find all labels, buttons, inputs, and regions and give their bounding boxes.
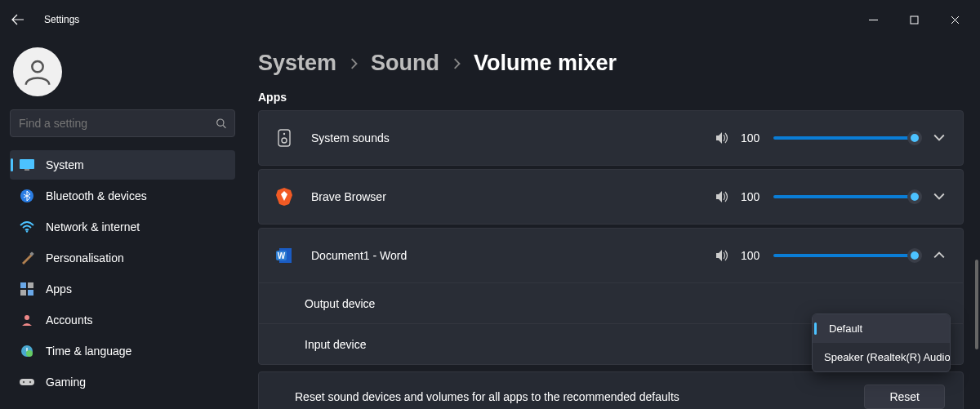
svg-text:W: W	[278, 251, 286, 260]
svg-rect-4	[24, 169, 29, 171]
volume-slider[interactable]	[773, 254, 920, 257]
app-label: System sounds	[311, 131, 390, 144]
reset-button[interactable]: Reset	[864, 385, 945, 409]
sidebar-item-label: Gaming	[46, 376, 86, 389]
sidebar-item-bluetooth[interactable]: Bluetooth & devices	[10, 181, 235, 211]
speaker-outline-icon	[274, 128, 295, 148]
sidebar-item-label: System	[46, 158, 84, 171]
accounts-icon	[20, 313, 34, 327]
section-apps-label: Apps	[258, 91, 964, 104]
app-label: Brave Browser	[311, 190, 386, 203]
volume-value: 100	[741, 190, 762, 203]
app-card-system-sounds: System sounds 100	[258, 110, 964, 166]
slider-thumb[interactable]	[907, 248, 922, 263]
brush-icon	[20, 251, 34, 265]
search-icon	[216, 118, 226, 129]
word-icon: W	[274, 247, 295, 264]
output-device-dropdown: Default Speaker (Realtek(R) Audio)	[812, 313, 951, 372]
breadcrumb-sound[interactable]: Sound	[371, 51, 439, 76]
display-icon	[20, 158, 34, 172]
dropdown-item-default[interactable]: Default	[813, 314, 950, 343]
svg-rect-8	[20, 282, 26, 288]
svg-point-1	[32, 61, 42, 72]
main-content: System Sound Volume mixer Apps System so…	[245, 39, 980, 409]
close-button[interactable]	[936, 7, 973, 33]
chevron-right-icon	[452, 58, 461, 69]
volume-slider[interactable]	[773, 136, 920, 140]
svg-point-16	[23, 381, 24, 383]
svg-rect-10	[20, 290, 26, 296]
search-box[interactable]	[10, 109, 235, 137]
svg-point-20	[282, 138, 287, 143]
gamepad-icon	[20, 375, 34, 389]
bluetooth-icon	[20, 189, 34, 203]
reset-row: Reset sound devices and volumes for all …	[258, 371, 964, 409]
slider-thumb[interactable]	[907, 131, 922, 145]
svg-point-19	[283, 133, 285, 135]
chevron-right-icon	[350, 58, 358, 69]
svg-point-2	[216, 119, 223, 126]
reset-description: Reset sound devices and volumes for all …	[295, 390, 679, 403]
sidebar-item-label: Bluetooth & devices	[46, 189, 147, 202]
sidebar-item-label: Network & internet	[46, 220, 140, 233]
search-input[interactable]	[19, 117, 216, 130]
breadcrumb-volume-mixer: Volume mixer	[474, 51, 617, 76]
app-card-brave: Brave Browser 100	[258, 169, 964, 225]
chevron-up-icon[interactable]	[933, 250, 945, 261]
sidebar-item-label: Personalisation	[46, 251, 124, 265]
dropdown-item-realtek[interactable]: Speaker (Realtek(R) Audio)	[813, 343, 950, 371]
minimize-button[interactable]	[854, 7, 892, 33]
svg-rect-3	[20, 159, 34, 169]
sidebar-item-system[interactable]: System	[10, 150, 235, 180]
user-avatar[interactable]	[13, 47, 62, 96]
clock-icon	[20, 344, 34, 358]
breadcrumb-system[interactable]: System	[258, 51, 336, 76]
svg-rect-15	[20, 379, 34, 385]
svg-point-6	[26, 230, 28, 232]
sidebar-item-label: Accounts	[46, 313, 93, 327]
sidebar: System Bluetooth & devices Network & int…	[0, 39, 245, 409]
volume-slider[interactable]	[773, 195, 920, 198]
sidebar-item-label: Apps	[46, 282, 72, 296]
chevron-down-icon[interactable]	[933, 132, 945, 144]
volume-icon[interactable]	[715, 248, 729, 263]
breadcrumb: System Sound Volume mixer	[258, 51, 964, 76]
sidebar-item-apps[interactable]: Apps	[10, 274, 235, 304]
svg-point-12	[24, 315, 29, 320]
chevron-down-icon[interactable]	[933, 191, 945, 202]
svg-point-14	[26, 350, 33, 357]
input-device-label: Input device	[305, 338, 367, 351]
sidebar-item-network[interactable]: Network & internet	[10, 212, 235, 242]
wifi-icon	[20, 220, 34, 234]
back-arrow-icon	[11, 13, 24, 26]
output-device-label: Output device	[305, 297, 375, 310]
sidebar-item-accounts[interactable]: Accounts	[10, 305, 235, 335]
sidebar-item-gaming[interactable]: Gaming	[10, 367, 235, 397]
svg-rect-9	[28, 282, 33, 288]
scrollbar-thumb[interactable]	[975, 260, 978, 349]
maximize-button[interactable]	[895, 7, 933, 33]
app-label: Document1 - Word	[311, 249, 407, 262]
svg-rect-0	[911, 16, 918, 24]
volume-value: 100	[741, 249, 762, 262]
sidebar-item-personalisation[interactable]: Personalisation	[10, 243, 235, 273]
volume-value: 100	[741, 131, 762, 144]
apps-icon	[20, 282, 34, 296]
sidebar-item-time[interactable]: Time & language	[10, 336, 235, 366]
brave-icon	[274, 188, 295, 206]
svg-point-17	[29, 381, 31, 383]
titlebar: Settings	[0, 0, 980, 39]
svg-rect-11	[28, 290, 33, 296]
person-icon	[22, 56, 53, 87]
volume-icon[interactable]	[715, 131, 729, 145]
sidebar-item-label: Time & language	[46, 345, 131, 358]
volume-icon[interactable]	[715, 189, 729, 204]
back-button[interactable]	[7, 8, 29, 31]
window-title: Settings	[44, 14, 79, 25]
slider-thumb[interactable]	[907, 189, 922, 204]
